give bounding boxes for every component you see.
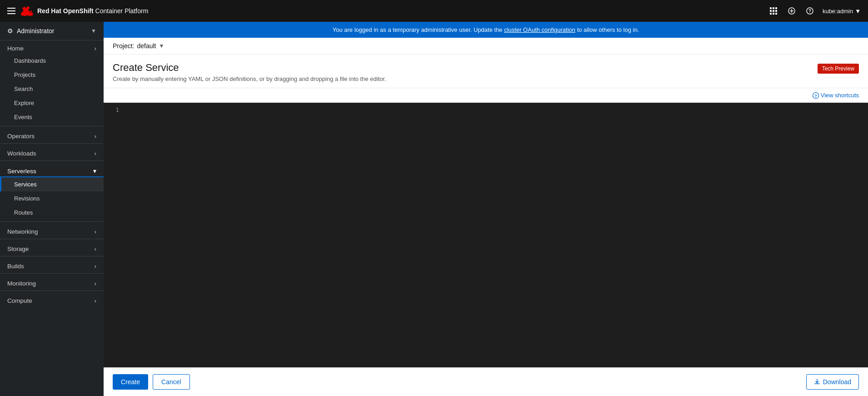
sidebar-item-operators[interactable]: Operators › xyxy=(0,128,104,141)
home-chevron: › xyxy=(95,45,97,52)
operators-chevron: › xyxy=(95,133,97,140)
workloads-chevron: › xyxy=(95,150,97,157)
sidebar-item-compute[interactable]: Compute › xyxy=(0,293,104,306)
user-chevron: ▼ xyxy=(855,8,861,15)
editor-wrapper: 1 xyxy=(104,103,868,367)
builds-chevron: › xyxy=(95,263,97,270)
sidebar-item-explore[interactable]: Explore xyxy=(0,96,104,110)
divider-1 xyxy=(0,126,104,126)
help-icon[interactable]: ? xyxy=(804,5,815,16)
sidebar-item-monitoring[interactable]: Monitoring › xyxy=(0,276,104,289)
tech-preview-badge: Tech Preview xyxy=(818,64,859,74)
brand-name: Red Hat OpenShift Container Platform xyxy=(37,7,148,15)
sidebar-item-workloads[interactable]: Workloads › xyxy=(0,145,104,159)
download-icon xyxy=(814,379,820,385)
admin-label: Administrator xyxy=(17,27,91,35)
menu-toggle[interactable] xyxy=(7,8,15,14)
project-bar: Project: default ▼ xyxy=(104,38,868,55)
admin-icon: ⚙ xyxy=(7,27,13,35)
svg-text:?: ? xyxy=(814,94,817,98)
storage-chevron: › xyxy=(95,246,97,252)
sidebar-item-revisions[interactable]: Revisions xyxy=(0,191,104,206)
admin-selector[interactable]: ⚙ Administrator ▼ xyxy=(0,22,104,40)
editor-toolbar: ? View shortcuts xyxy=(104,88,868,103)
footer-actions: Create Cancel xyxy=(113,374,190,390)
page-title: Create Service xyxy=(113,62,386,74)
divider-6 xyxy=(0,256,104,256)
grid-icon[interactable] xyxy=(768,5,779,16)
project-value: default xyxy=(137,42,156,50)
sidebar-item-projects[interactable]: Projects xyxy=(0,68,104,82)
divider-8 xyxy=(0,291,104,291)
user-menu[interactable]: kube:admin ▼ xyxy=(823,8,861,15)
cancel-button[interactable]: Cancel xyxy=(153,374,190,390)
sidebar-item-dashboards[interactable]: Dashboards xyxy=(0,54,104,68)
project-chevron: ▼ xyxy=(159,43,165,49)
view-shortcuts-link[interactable]: ? View shortcuts xyxy=(813,92,859,99)
compute-chevron: › xyxy=(95,297,97,304)
sidebar-item-storage[interactable]: Storage › xyxy=(0,241,104,254)
sidebar-item-serverless[interactable]: Serverless ▾ xyxy=(0,163,104,177)
download-button[interactable]: Download xyxy=(806,374,859,390)
project-label: Project: xyxy=(113,42,134,50)
content-area: You are logged in as a temporary adminis… xyxy=(104,22,868,396)
project-selector[interactable]: Project: default ▼ xyxy=(113,42,164,50)
svg-text:?: ? xyxy=(808,9,811,14)
line-numbers: 1 xyxy=(104,103,124,367)
monitoring-chevron: › xyxy=(95,280,97,287)
sidebar-item-networking[interactable]: Networking › xyxy=(0,224,104,237)
divider-7 xyxy=(0,273,104,274)
code-editor[interactable] xyxy=(124,103,868,367)
divider-2 xyxy=(0,143,104,144)
sidebar-item-home[interactable]: Home › xyxy=(0,40,104,54)
sidebar-item-events[interactable]: Events xyxy=(0,110,104,124)
sidebar-item-services[interactable]: Services xyxy=(0,177,104,191)
sidebar-item-routes[interactable]: Routes xyxy=(0,206,104,220)
admin-chevron: ▼ xyxy=(91,28,96,34)
add-icon[interactable] xyxy=(786,5,797,16)
alert-message-end: to allow others to log in. xyxy=(577,26,639,33)
alert-link[interactable]: cluster OAuth configuration xyxy=(504,26,575,33)
user-label: kube:admin xyxy=(823,8,853,15)
sidebar-item-search[interactable]: Search xyxy=(0,82,104,96)
networking-chevron: › xyxy=(95,228,97,235)
page-header: Create Service Create by manually enteri… xyxy=(104,55,868,88)
page-subtitle: Create by manually entering YAML or JSON… xyxy=(113,75,386,82)
sidebar: ⚙ Administrator ▼ Home › Dashboards Proj… xyxy=(0,22,104,396)
divider-3 xyxy=(0,160,104,161)
brand-logo: Red Hat OpenShift Container Platform xyxy=(21,5,148,17)
footer: Create Cancel Download xyxy=(104,367,868,396)
help-circle-icon: ? xyxy=(813,92,819,99)
alert-message: You are logged in as a temporary adminis… xyxy=(333,26,504,33)
editor-container: ? View shortcuts 1 xyxy=(104,88,868,367)
alert-banner: You are logged in as a temporary adminis… xyxy=(104,22,868,38)
create-button[interactable]: Create xyxy=(113,374,148,390)
divider-4 xyxy=(0,221,104,222)
top-navbar: Red Hat OpenShift Container Platform ? k… xyxy=(0,0,868,22)
sidebar-item-builds[interactable]: Builds › xyxy=(0,258,104,271)
divider-5 xyxy=(0,239,104,239)
serverless-chevron: ▾ xyxy=(93,167,96,175)
